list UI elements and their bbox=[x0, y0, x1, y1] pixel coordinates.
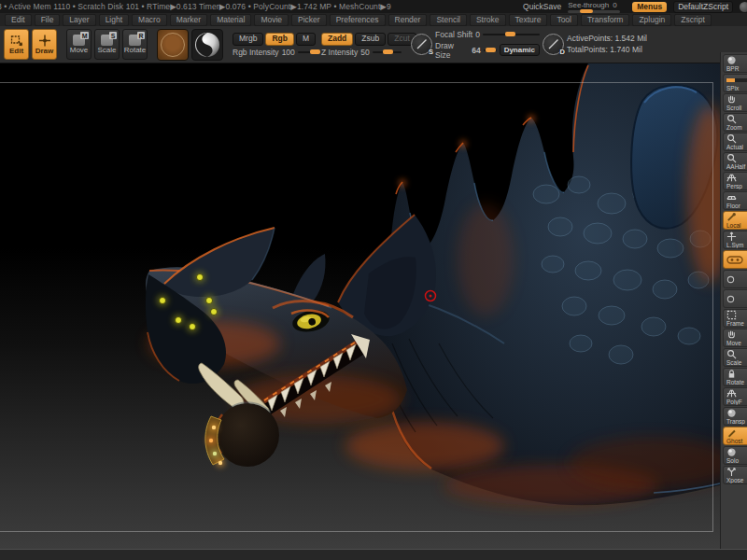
current-material-preview[interactable] bbox=[191, 29, 223, 61]
menu-item-stroke[interactable]: Stroke bbox=[470, 14, 506, 26]
shelf-item-actual[interactable]: Actual bbox=[723, 133, 747, 151]
edit-icon bbox=[10, 35, 23, 47]
depth-curve-button[interactable]: D bbox=[543, 34, 564, 55]
menu-item-movie[interactable]: Movie bbox=[254, 14, 289, 26]
move-mode-button[interactable]: M Move bbox=[66, 29, 92, 60]
draw-mode-button[interactable]: Draw bbox=[32, 29, 57, 60]
rgb-button[interactable]: Rgb bbox=[265, 33, 294, 46]
shelf-item-polyf[interactable]: PolyF bbox=[723, 387, 747, 406]
active-points-text: ActivePoints: 1.542 Mil bbox=[567, 35, 647, 43]
z-group: Zadd Zsub Zcut Z Intensity 50 bbox=[321, 29, 402, 61]
stroke-curve-button[interactable]: S bbox=[411, 34, 432, 55]
menu-item-zscript[interactable]: Zscript bbox=[674, 14, 712, 26]
move-icon: M bbox=[73, 35, 85, 46]
menu-item-preferences[interactable]: Preferences bbox=[330, 14, 386, 26]
shelf-item-l-sym[interactable]: L.Sym bbox=[723, 231, 747, 249]
shelf-item-bpr[interactable]: BPR bbox=[723, 54, 747, 73]
focal-draw-group: Focal Shift 0 Draw Size 64 Dynamic bbox=[435, 29, 540, 61]
move-label: Move bbox=[70, 47, 89, 54]
memory-stats-text: 8 • Active Mem 1110 • Scratch Disk 101 •… bbox=[0, 2, 391, 11]
menu-item-tool[interactable]: Tool bbox=[550, 14, 578, 26]
creature-render bbox=[0, 63, 720, 549]
menu-item-file[interactable]: File bbox=[35, 14, 61, 26]
zbrush-window: 8 • Active Mem 1110 • Scratch Disk 101 •… bbox=[0, 0, 747, 560]
points-readout: ActivePoints: 1.542 Mil TotalPoints: 1.7… bbox=[567, 35, 647, 54]
scale-icon: S bbox=[101, 35, 113, 46]
zsub-button[interactable]: Zsub bbox=[355, 33, 386, 46]
shelf-item-move[interactable]: Move bbox=[723, 329, 747, 347]
rgb-group: Mrgb Rgb M Rgb Intensity 100 bbox=[233, 29, 318, 61]
total-points-text: TotalPoints: 1.740 Mil bbox=[567, 46, 647, 54]
shelf-item-scroll[interactable]: Scroll bbox=[723, 93, 747, 112]
menu-item-texture[interactable]: Texture bbox=[509, 14, 548, 26]
see-through-label: See-through bbox=[568, 1, 609, 9]
shelf-item-transp[interactable]: Transp bbox=[723, 407, 747, 426]
shelf-item-ghost[interactable]: Ghost bbox=[723, 427, 747, 445]
z-intensity-handle[interactable] bbox=[383, 49, 393, 54]
zadd-button[interactable]: Zadd bbox=[321, 33, 353, 46]
scale-mode-button[interactable]: S Scale bbox=[94, 29, 120, 60]
dynamic-button[interactable]: Dynamic bbox=[500, 44, 540, 56]
shelf-item-frame[interactable]: Frame bbox=[723, 309, 747, 328]
see-through-slider[interactable]: See-through 0 bbox=[568, 1, 626, 13]
rotate-icon: R bbox=[129, 35, 141, 46]
mrgb-button[interactable]: Mrgb bbox=[233, 33, 263, 46]
menu-item-macro[interactable]: Macro bbox=[132, 14, 167, 26]
shelf-item-aahalf[interactable]: AAHalf bbox=[723, 152, 747, 171]
draw-label: Draw bbox=[35, 48, 54, 55]
rotate-mode-button[interactable]: R Rotate bbox=[122, 29, 148, 60]
default-zscript-button[interactable]: DefaultZScript bbox=[673, 1, 733, 13]
z-intensity-slider[interactable]: Z Intensity 50 bbox=[321, 48, 402, 57]
shelf-item-capsule[interactable] bbox=[723, 250, 747, 269]
menu-item-stencil[interactable]: Stencil bbox=[430, 14, 467, 26]
material-sphere-icon bbox=[193, 31, 221, 59]
see-through-value: 0 bbox=[613, 1, 616, 9]
shelf-item-scale[interactable]: Scale bbox=[723, 348, 747, 367]
shelf-item-rotate[interactable]: Rotate bbox=[723, 368, 747, 386]
menu-item-picker[interactable]: Picker bbox=[291, 14, 327, 26]
menu-item-render[interactable]: Render bbox=[388, 14, 428, 26]
pen-icon bbox=[416, 38, 428, 50]
menu-item-zplugin[interactable]: Zplugin bbox=[632, 14, 671, 26]
focal-shift-slider[interactable]: Focal Shift 0 bbox=[435, 30, 540, 39]
draw-crosshair-icon bbox=[38, 35, 51, 47]
menus-button[interactable]: Menus bbox=[632, 2, 667, 12]
top-shelf-toolbar: Edit Draw M Move S Scale R Rotate bbox=[0, 26, 747, 63]
menu-item-layer[interactable]: Layer bbox=[63, 14, 95, 26]
rotate-label: Rotate bbox=[124, 47, 147, 54]
draw-size-handle[interactable] bbox=[486, 48, 496, 52]
focal-shift-handle[interactable] bbox=[505, 32, 515, 36]
shelf-item-persp[interactable]: Persp bbox=[723, 172, 747, 190]
rgb-intensity-slider[interactable]: Rgb Intensity 100 bbox=[233, 48, 318, 57]
edit-mode-button[interactable]: Edit bbox=[4, 29, 29, 60]
menu-item-transform[interactable]: Transform bbox=[581, 14, 629, 26]
menu-item-edit[interactable]: Edit bbox=[5, 14, 32, 26]
shelf-item-zoom[interactable]: Zoom bbox=[723, 113, 747, 132]
shelf-item-dot[interactable] bbox=[723, 270, 747, 288]
shelf-item-floor[interactable]: Floor bbox=[723, 191, 747, 210]
menu-bar: EditFileLayerLightMacroMarkerMaterialMov… bbox=[0, 13, 747, 26]
volume-icon[interactable] bbox=[740, 2, 747, 12]
quicksave-button[interactable]: QuickSave bbox=[523, 2, 561, 11]
shelf-item-spix[interactable]: SPix bbox=[723, 74, 747, 92]
shelf-item-dot[interactable] bbox=[723, 289, 747, 308]
pen-icon bbox=[547, 38, 559, 50]
menu-item-marker[interactable]: Marker bbox=[170, 14, 207, 26]
bottom-edge-strip bbox=[0, 549, 747, 560]
sculpt-canvas[interactable] bbox=[0, 63, 720, 549]
current-brush-preview[interactable] bbox=[157, 29, 189, 61]
shelf-item-xpose[interactable]: Xpose bbox=[723, 466, 747, 484]
rgb-intensity-handle[interactable] bbox=[310, 49, 320, 54]
title-bar: 8 • Active Mem 1110 • Scratch Disk 101 •… bbox=[0, 0, 747, 13]
edit-label: Edit bbox=[9, 48, 23, 55]
shelf-item-local[interactable]: Local bbox=[723, 211, 747, 230]
scale-label: Scale bbox=[97, 47, 116, 54]
shelf-item-solo[interactable]: Solo bbox=[723, 446, 747, 465]
menu-item-light[interactable]: Light bbox=[99, 14, 129, 26]
draw-size-slider[interactable]: Draw Size 64 Dynamic bbox=[435, 41, 540, 60]
m-button[interactable]: M bbox=[296, 33, 316, 46]
menu-item-material[interactable]: Material bbox=[210, 14, 251, 26]
right-shelf: BPR SPix Scroll Zoom Actual AAHalf Persp… bbox=[720, 52, 747, 560]
title-bar-right: QuickSave See-through 0 Menus DefaultZSc… bbox=[523, 0, 745, 13]
